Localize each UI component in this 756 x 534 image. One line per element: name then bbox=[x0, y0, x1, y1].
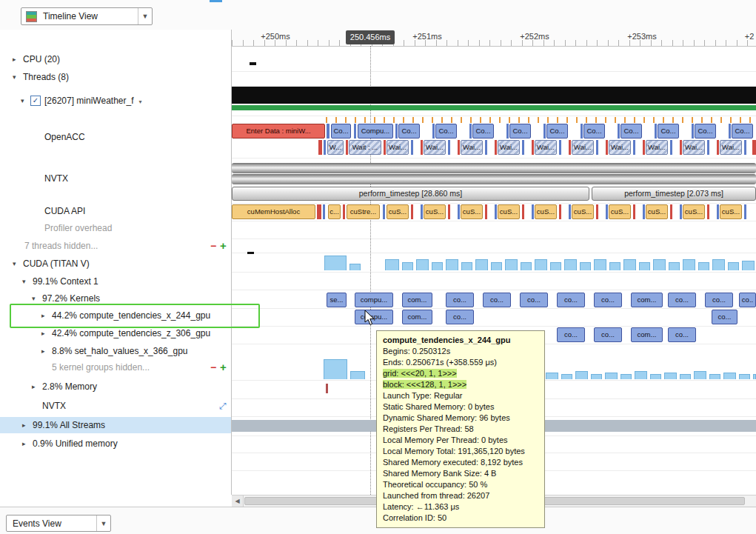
cuda-api-event[interactable]: cuS... bbox=[609, 204, 631, 219]
cuda-api-event[interactable]: cuS... bbox=[424, 204, 446, 219]
tree-row-kernel-groups-hidden[interactable]: 5 kernel groups hidden...−+ bbox=[0, 361, 231, 374]
kernels-all-event[interactable]: co.. bbox=[739, 293, 756, 307]
tree-row-profiler-overhead[interactable]: Profiler overhead bbox=[0, 221, 231, 235]
collapse-arrow-icon[interactable]: ▾ bbox=[13, 257, 16, 270]
openacc-compute-event[interactable]: Co... bbox=[472, 124, 494, 138]
show-row-plus-icon[interactable]: + bbox=[220, 239, 227, 253]
chevron-down-icon[interactable]: ▼ bbox=[138, 8, 152, 24]
kernel-z306-row-event[interactable]: co... bbox=[557, 327, 585, 342]
tree-row-nvtx-thread[interactable]: NVTX bbox=[0, 172, 231, 185]
kernel-z306-row-event[interactable]: com... bbox=[631, 327, 663, 342]
openacc-compute-event[interactable]: Co... bbox=[620, 124, 642, 138]
openacc-wait-event[interactable]: Wai... bbox=[498, 140, 520, 155]
expand-row-icon[interactable]: ⤢ bbox=[219, 399, 227, 413]
events-view-dropdown[interactable]: Events View ▼ bbox=[6, 515, 111, 532]
collapse-arrow-icon[interactable]: ▾ bbox=[22, 275, 26, 288]
kernel-x244-row-event[interactable]: co... bbox=[446, 310, 474, 324]
hide-row-minus-icon[interactable]: − bbox=[210, 361, 216, 374]
kernel-z306-row-event[interactable]: co... bbox=[668, 327, 696, 342]
cuda-api-event[interactable]: cuMemHostAlloc bbox=[232, 204, 315, 219]
expand-arrow-icon[interactable]: ▸ bbox=[32, 380, 36, 393]
expand-arrow-icon[interactable]: ▸ bbox=[41, 327, 45, 340]
openacc-wait-event[interactable]: Wai... bbox=[387, 140, 409, 155]
tree-row-context-1[interactable]: ▾99.1% Context 1 bbox=[0, 275, 231, 288]
tree-row-cpu[interactable]: ▸CPU (20) bbox=[0, 53, 231, 66]
tree-row-thread-26207[interactable]: ▾✓[26207] miniWeather_f▾ bbox=[0, 94, 231, 107]
kernels-all-event[interactable]: se... bbox=[327, 293, 347, 307]
kernels-all-event[interactable]: co... bbox=[705, 293, 733, 307]
expand-arrow-icon[interactable]: ▸ bbox=[13, 53, 16, 66]
openacc-wait-event[interactable]: Wai... bbox=[683, 140, 705, 155]
timeline-ruler[interactable]: 250.456ms +250ms+251ms+252ms+253ms+2 bbox=[232, 30, 756, 47]
collapse-arrow-icon[interactable]: ▾ bbox=[21, 94, 24, 107]
openacc-wait-event[interactable]: Wai... bbox=[461, 140, 483, 155]
kernels-all-event[interactable]: com... bbox=[402, 293, 432, 307]
openacc-compute-event[interactable]: Co... bbox=[398, 124, 420, 138]
cuda-api-event[interactable]: c... bbox=[328, 204, 341, 219]
tree-row-cuda-api[interactable]: CUDA API bbox=[0, 204, 231, 218]
cuda-api-event[interactable]: cuStre... bbox=[347, 204, 380, 219]
tree-row-openacc[interactable]: OpenACC bbox=[0, 130, 231, 144]
tree-row-kernel-set-halo-values-x[interactable]: ▸8.8% set_halo_values_x_366_gpu bbox=[0, 344, 231, 358]
openacc-wait-event[interactable]: Wait : ... bbox=[349, 140, 381, 155]
kernels-all-event[interactable]: compu... bbox=[355, 293, 393, 307]
kernels-all-event[interactable]: co... bbox=[520, 293, 548, 307]
cuda-api-event[interactable]: cuS... bbox=[646, 204, 668, 219]
thread-state-bar[interactable] bbox=[232, 87, 756, 104]
cuda-api-event[interactable]: cuS... bbox=[387, 204, 409, 219]
thread-checkbox[interactable]: ✓ bbox=[30, 96, 41, 106]
tree-row-all-streams[interactable]: ▸99.1% All Streams bbox=[0, 417, 231, 433]
openacc-wait-event[interactable]: Wai... bbox=[646, 140, 668, 155]
kernels-all-event[interactable]: co... bbox=[557, 293, 585, 307]
expand-arrow-icon[interactable]: ▸ bbox=[41, 344, 45, 358]
show-row-plus-icon[interactable]: + bbox=[220, 361, 227, 374]
memory-mark[interactable] bbox=[326, 384, 328, 393]
kernels-all-event[interactable]: co... bbox=[594, 293, 622, 307]
thread-options-caret-icon[interactable]: ▾ bbox=[139, 96, 142, 109]
tree-row-memory[interactable]: ▸2.8% Memory bbox=[0, 380, 231, 393]
openacc-wait-event[interactable]: Wai... bbox=[609, 140, 631, 155]
tree-row-kernel-compute-tendencies-z[interactable]: ▸42.4% compute_tendencies_z_306_gpu bbox=[0, 327, 231, 340]
cuda-api-event[interactable]: cuS... bbox=[572, 204, 594, 219]
tree-row-cuda-titan-v[interactable]: ▾CUDA (TITAN V) bbox=[0, 257, 231, 270]
openacc-compute-event[interactable]: Compu... bbox=[358, 124, 393, 138]
expand-arrow-icon[interactable]: ▸ bbox=[22, 417, 26, 433]
openacc-wait-event[interactable]: Wai... bbox=[424, 140, 446, 155]
cuda-api-event[interactable]: cuS... bbox=[535, 204, 557, 219]
cuda-api-event[interactable]: cuS... bbox=[720, 204, 742, 219]
expand-arrow-icon[interactable]: ▸ bbox=[22, 437, 26, 450]
openacc-compute-event[interactable]: Co... bbox=[509, 124, 531, 138]
openacc-wait-event[interactable]: Wai... bbox=[572, 140, 594, 155]
timeline-view-dropdown[interactable]: Timeline View ▼ bbox=[21, 7, 153, 25]
openacc-compute-event[interactable]: Enter Data : miniW... bbox=[232, 124, 325, 138]
openacc-wait-event[interactable]: W... bbox=[327, 140, 344, 155]
openacc-compute-event[interactable]: Co... bbox=[435, 124, 457, 138]
kernel-z306-row-event[interactable]: co... bbox=[594, 327, 622, 342]
hide-row-minus-icon[interactable]: − bbox=[210, 239, 216, 253]
openacc-compute-event[interactable]: Co... bbox=[331, 124, 351, 138]
tree-row-threads-hidden[interactable]: 7 threads hidden...−+ bbox=[0, 239, 231, 253]
kernels-all-event[interactable]: co... bbox=[446, 293, 474, 307]
cuda-api-event[interactable]: cuS... bbox=[498, 204, 520, 219]
kernel-x244-row-event[interactable]: co... bbox=[712, 310, 737, 324]
openacc-wait-event[interactable]: Wai... bbox=[535, 140, 557, 155]
kernels-all-event[interactable]: co... bbox=[483, 293, 511, 307]
kernel-x244-row-event[interactable]: com... bbox=[402, 310, 432, 324]
tree-row-nvtx-gpu[interactable]: NVTX⤢ bbox=[0, 399, 231, 413]
openacc-compute-event[interactable]: Co... bbox=[732, 124, 753, 138]
tree-row-unified-memory[interactable]: ▸0.9% Unified memory bbox=[0, 437, 231, 450]
cpu-activity-mark[interactable] bbox=[250, 62, 256, 65]
kernels-all-event[interactable]: co... bbox=[668, 293, 696, 307]
scroll-left-button[interactable]: ◀ bbox=[232, 495, 244, 507]
nvtx-ranges-event[interactable]: perform_timestep [28.860 ms] bbox=[232, 187, 589, 201]
cuda-api-event[interactable]: cuS... bbox=[461, 204, 483, 219]
nvtx-ranges-event[interactable]: perform_timestep [2.073 ms] bbox=[592, 187, 756, 201]
collapse-arrow-icon[interactable]: ▾ bbox=[13, 70, 16, 84]
tree-row-threads[interactable]: ▾Threads (8) bbox=[0, 70, 231, 84]
openacc-wait-event[interactable]: Wai... bbox=[720, 140, 742, 155]
openacc-compute-event[interactable]: Co... bbox=[583, 124, 605, 138]
cuda-api-event[interactable]: cuS... bbox=[683, 204, 705, 219]
thread-runtime-bar[interactable] bbox=[232, 105, 756, 110]
openacc-compute-event[interactable]: Co... bbox=[695, 124, 716, 138]
openacc-compute-event[interactable]: Co... bbox=[546, 124, 568, 138]
